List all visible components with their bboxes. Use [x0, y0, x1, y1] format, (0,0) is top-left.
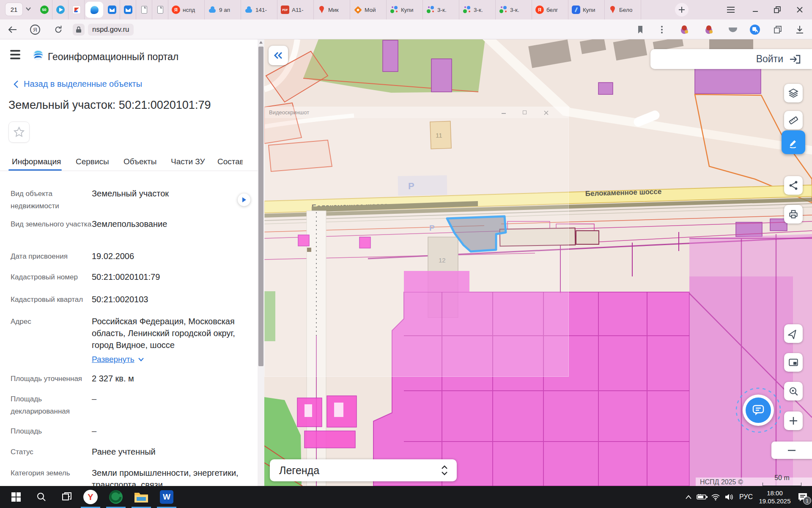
tab-doc-2[interactable] — [152, 0, 168, 19]
taskbar-clock[interactable]: 18:00 19.05.2025 — [756, 489, 793, 505]
tab-doc-1[interactable] — [136, 0, 152, 19]
bookmark-button[interactable] — [633, 22, 647, 37]
zoom-in-button[interactable] — [784, 411, 803, 430]
wifi-indicator[interactable] — [709, 486, 722, 508]
addressbar-menu-button[interactable] — [655, 22, 669, 37]
field-value: Ранее учтенный — [92, 446, 250, 458]
tab-nspd-active[interactable] — [85, 2, 103, 18]
url-text[interactable]: nspd.gov.ru — [88, 24, 134, 36]
favorite-button[interactable] — [8, 121, 30, 143]
notification-center-button[interactable]: 1 — [793, 486, 812, 508]
tab-mail-1[interactable] — [104, 0, 120, 19]
window-minimize-button[interactable] — [748, 3, 763, 16]
tab-diamond[interactable]: Мой — [350, 0, 387, 19]
collapse-panel-button[interactable] — [269, 46, 288, 65]
taskbar-green-app[interactable] — [104, 486, 128, 508]
back-to-selected-link[interactable]: Назад в выделенные объекты — [13, 79, 142, 89]
extension-1-button[interactable] — [677, 22, 691, 37]
mail-red-icon — [72, 6, 81, 14]
tab-whatsapp[interactable]: 50 — [36, 0, 52, 19]
window-restore-button[interactable] — [770, 3, 785, 16]
draw-button[interactable] — [782, 130, 805, 154]
attribution-text: НСПД 2025 © — [700, 478, 743, 486]
dots-icon — [499, 6, 508, 14]
tab-dots-3[interactable]: 3-к. — [459, 0, 496, 19]
scroll-up-arrow-icon[interactable] — [258, 39, 264, 45]
tab-dots-4[interactable]: 3-к. — [496, 0, 532, 19]
taskbar-word[interactable]: W — [155, 486, 178, 508]
tab-cloud-1[interactable]: 9 ап — [205, 0, 241, 19]
tab-cloud-2[interactable]: 141- — [241, 0, 277, 19]
field-row: Вид объекта недвижимости Земельный участ… — [11, 188, 250, 212]
tray-expand-button[interactable] — [682, 486, 695, 508]
expand-address-link[interactable]: Развернуть — [92, 355, 144, 364]
tab-mail-2[interactable] — [120, 0, 136, 19]
panel-tab-parts[interactable]: Части ЗУ — [171, 157, 205, 166]
task-view-button[interactable] — [55, 486, 79, 508]
new-tab-button[interactable] — [675, 3, 689, 17]
tab-pin-2[interactable]: Бело — [605, 0, 641, 19]
start-button[interactable] — [4, 486, 28, 508]
dots-icon — [463, 6, 471, 14]
navigate-button[interactable] — [784, 324, 803, 343]
tab-telegram[interactable] — [52, 0, 69, 19]
share-button[interactable] — [784, 176, 803, 195]
active-tab-underline — [8, 169, 62, 171]
volume-indicator[interactable] — [722, 486, 736, 508]
login-button[interactable]: Войти — [650, 49, 812, 69]
tab-kuper[interactable]: Купи — [568, 0, 605, 19]
support-chat-button[interactable] — [743, 395, 774, 426]
tab-counter-chevron-icon[interactable] — [25, 6, 31, 12]
lock-icon[interactable] — [73, 24, 85, 36]
tab-counter[interactable]: 21 — [5, 3, 23, 16]
tab-mail-red[interactable] — [69, 0, 85, 19]
back-button[interactable] — [5, 22, 19, 37]
url-bar[interactable]: nspd.gov.ru — [73, 23, 134, 36]
nspd-logo-icon — [91, 6, 99, 14]
panel-tab-services[interactable]: Сервисы — [76, 157, 109, 166]
taskbar-search-button[interactable] — [30, 486, 53, 508]
panel-scrollbar[interactable] — [258, 39, 264, 486]
downloads-button[interactable] — [793, 22, 807, 37]
taskbar-file-explorer[interactable] — [129, 486, 153, 508]
tab-yandex-belg[interactable]: Ябелг — [532, 0, 568, 19]
measure-button[interactable] — [784, 111, 803, 130]
extension-3-button[interactable] — [726, 22, 740, 37]
mini-map-icon — [788, 357, 799, 368]
extension-2-button[interactable] — [702, 22, 716, 37]
browser-menu-button[interactable] — [724, 3, 738, 16]
chat-icon — [752, 404, 765, 416]
overview-map-button[interactable] — [784, 353, 803, 372]
field-label: Площадь уточненная — [11, 373, 92, 385]
zoom-out-button[interactable] — [771, 442, 812, 459]
collections-button[interactable] — [771, 22, 785, 37]
pencil-icon — [787, 136, 799, 148]
taskbar-yandex-browser[interactable]: Y — [79, 486, 102, 508]
overlay-close-icon — [544, 110, 549, 115]
minus-icon — [787, 446, 796, 455]
panel-tab-composition[interactable]: Состав — [217, 157, 243, 166]
print-button[interactable] — [784, 205, 803, 224]
tab-label: Бело — [619, 7, 632, 13]
translate-button[interactable] — [748, 22, 762, 37]
legend-toggle[interactable]: Легенда — [270, 459, 457, 481]
refresh-button[interactable] — [51, 22, 66, 37]
tab-pdf[interactable]: PDFА11- — [277, 0, 314, 19]
layers-button[interactable] — [784, 84, 803, 102]
panel-tab-objects[interactable]: Объекты — [123, 157, 156, 166]
tab-dots-1[interactable]: Купи — [387, 0, 423, 19]
language-indicator[interactable]: РУС — [736, 493, 756, 501]
scrollbar-thumb[interactable] — [258, 47, 263, 366]
field-value: 2 327 кв. м — [92, 373, 250, 385]
map-viewport[interactable]: 11 Р Белокаменное шоссе Белокаменное шос… — [264, 39, 812, 486]
star-icon — [13, 126, 25, 138]
window-close-button[interactable] — [793, 3, 807, 16]
tab-pin-1[interactable]: Мик — [314, 0, 350, 19]
tab-dots-2[interactable]: 3-к. — [423, 0, 459, 19]
panel-tab-information[interactable]: Информация — [12, 157, 61, 166]
locate-button[interactable] — [784, 382, 803, 400]
battery-indicator[interactable] — [695, 486, 709, 508]
mascot-icon — [679, 25, 689, 35]
tab-yandex-nspd[interactable]: Янспд — [168, 0, 205, 19]
yandex-home-button[interactable]: Я — [28, 22, 42, 37]
